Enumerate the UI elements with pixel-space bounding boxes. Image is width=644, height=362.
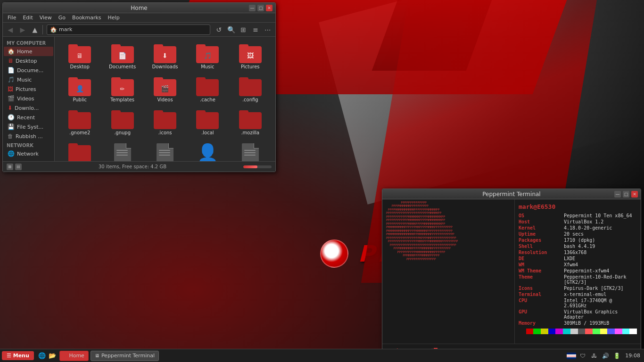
- file-item-gnome2[interactable]: .gnome2: [59, 107, 100, 139]
- sidebar-label-rubbish: Rubbish ...: [16, 133, 43, 140]
- sidebar-label-videos: Videos: [17, 96, 34, 102]
- info-row-shell: Shell bash 4.4.19: [519, 244, 637, 249]
- file-item-file2[interactable]: [102, 140, 142, 161]
- files-launcher[interactable]: 📂: [47, 351, 58, 361]
- file-item-mozilla[interactable]: .mozilla: [230, 107, 271, 139]
- sidebar-item-network[interactable]: 🌐 Network: [4, 149, 53, 158]
- up-button[interactable]: ▲: [29, 24, 41, 35]
- file-item-icons[interactable]: .icons: [145, 107, 185, 139]
- status-progress-fill: [243, 165, 257, 168]
- file-item-config[interactable]: .config: [230, 74, 271, 106]
- location-bar[interactable]: 🏠 mark: [47, 25, 210, 35]
- terminal-maximize-button[interactable]: □: [623, 191, 629, 197]
- folder-icon-pictures: 🖼: [239, 44, 262, 63]
- minimize-button[interactable]: —: [249, 5, 256, 11]
- terminal-minimize-button[interactable]: —: [614, 191, 621, 197]
- taskbar-terminal-btn[interactable]: 🖥 Peppermint Terminal: [91, 351, 159, 361]
- folder-icon-local: [196, 110, 219, 129]
- list-view-button[interactable]: ≡: [250, 24, 261, 35]
- file-item-file1[interactable]: [59, 140, 100, 161]
- info-row-memory: Memory 309MiB / 1993MiB: [519, 321, 637, 326]
- taskbar-file-manager-btn[interactable]: ⌂ Home: [59, 351, 89, 361]
- sidebar-item-recent[interactable]: 🕐 Recent: [4, 113, 53, 122]
- file-item-pictures[interactable]: 🖼 Pictures: [230, 41, 271, 73]
- back-button[interactable]: ◀: [5, 24, 16, 35]
- info-row-packages: Packages 1710 (dpkg): [519, 238, 637, 243]
- file-item-music[interactable]: 🎵 Music: [187, 41, 228, 73]
- systray-network-icon[interactable]: 🖧: [589, 351, 599, 361]
- file-item-file5[interactable]: [230, 140, 271, 161]
- menu-help[interactable]: Help: [105, 14, 123, 22]
- file-item-desktop[interactable]: 🖥 Desktop: [59, 41, 100, 73]
- start-label: ☰ Menu: [7, 353, 29, 359]
- more-button[interactable]: ⋯: [262, 24, 273, 35]
- systray: 🛡 🖧 🔊 🔋 19:08: [567, 351, 642, 361]
- menu-view[interactable]: View: [37, 14, 55, 22]
- menu-bar: File Edit View Go Bookmarks Help: [3, 13, 275, 23]
- menu-edit[interactable]: Edit: [20, 14, 35, 22]
- icon-view-button[interactable]: ⊞: [238, 24, 249, 35]
- home-icon: 🏠: [8, 48, 15, 55]
- folder-icon-music: 🎵: [196, 44, 219, 63]
- close-button[interactable]: ✕: [266, 5, 272, 11]
- taskbar-terminal-icon: 🖥: [95, 353, 99, 358]
- file-name-public: Public: [73, 97, 87, 103]
- info-value-memory: 309MiB / 1993MiB: [564, 321, 609, 326]
- file-item-avatar[interactable]: 👤: [187, 140, 228, 161]
- file-item-file3[interactable]: [145, 140, 185, 161]
- sidebar-item-pictures[interactable]: 🖼 Pictures: [4, 84, 53, 94]
- sidebar-label-filesystem: File Syst...: [17, 124, 43, 130]
- start-button[interactable]: ☰ Menu: [2, 351, 34, 360]
- doc-icon-file5: [239, 143, 262, 161]
- systray-flag-icon[interactable]: [567, 351, 576, 361]
- systray-battery-icon[interactable]: 🔋: [612, 351, 621, 361]
- documents-icon: 📄: [8, 67, 15, 74]
- folder-icon-cache: [196, 77, 219, 96]
- info-value-de: LXDE: [564, 256, 575, 261]
- file-name-downloads: Downloads: [152, 64, 178, 70]
- file-item-videos[interactable]: 🎬 Videos: [145, 74, 185, 106]
- status-text: 30 items, Free space: 4.2 GB: [99, 164, 166, 169]
- refresh-button[interactable]: ↺: [213, 24, 224, 35]
- menu-file[interactable]: File: [5, 14, 19, 22]
- recent-icon: 🕐: [8, 114, 15, 121]
- toolbar-separator: [42, 25, 43, 34]
- sidebar-item-filesystem[interactable]: 💾 File Syst...: [4, 122, 53, 132]
- sidebar-item-downloads[interactable]: ⬇ Downlo...: [4, 103, 53, 113]
- sidebar-item-music[interactable]: 🎵 Music: [4, 75, 53, 84]
- file-item-downloads[interactable]: ⬇ Downloads: [145, 41, 185, 73]
- info-value-packages: 1710 (dpkg): [564, 238, 595, 243]
- file-item-local[interactable]: .local: [187, 107, 228, 139]
- terminal-window: Peppermint Terminal — □ ✕ PPPPPPPPPPPPPP…: [382, 189, 641, 358]
- sidebar-section-network: Network: [3, 141, 54, 149]
- flag-icon: [567, 353, 576, 359]
- file-item-templates[interactable]: ✏ Templates: [102, 74, 142, 106]
- info-row-de: DE LXDE: [519, 256, 637, 261]
- info-value-resolution: 644x362: [564, 250, 586, 255]
- sidebar-item-rubbish[interactable]: 🗑 Rubbish ...: [4, 132, 53, 141]
- sidebar-item-documents[interactable]: 📄 Docume...: [4, 66, 53, 75]
- systray-volume-icon[interactable]: 🔊: [601, 351, 610, 361]
- file-item-public[interactable]: 👤 Public: [59, 74, 100, 106]
- file-item-documents[interactable]: 📄 Documents: [102, 41, 142, 73]
- sidebar-item-videos[interactable]: 🎬 Videos: [4, 94, 53, 103]
- file-item-gnupg[interactable]: .gnupg: [102, 107, 142, 139]
- folder-emblem-music: 🎵: [204, 52, 212, 59]
- info-label-kernel: Kernel: [519, 225, 561, 230]
- sidebar-item-home[interactable]: 🏠 Home: [4, 47, 53, 56]
- desktop-icon: 🖥: [8, 58, 13, 64]
- systray-shield-icon[interactable]: 🛡: [578, 351, 587, 361]
- forward-button[interactable]: ▶: [17, 24, 28, 35]
- folder-icon-downloads: ⬇: [154, 44, 176, 63]
- sidebar-label-recent: Recent: [17, 115, 35, 121]
- maximize-button[interactable]: □: [257, 5, 264, 11]
- menu-go[interactable]: Go: [56, 14, 68, 22]
- search-button[interactable]: 🔍: [225, 24, 237, 35]
- sidebar-item-desktop[interactable]: 🖥 Desktop: [4, 56, 53, 66]
- info-row-wm: WM Xfwm4: [519, 262, 637, 267]
- file-name-videos: Videos: [157, 97, 173, 103]
- terminal-close-button[interactable]: ✕: [631, 191, 638, 197]
- file-item-cache[interactable]: .cache: [187, 74, 228, 106]
- browser-launcher[interactable]: 🌐: [37, 351, 47, 361]
- menu-bookmarks[interactable]: Bookmarks: [69, 14, 104, 22]
